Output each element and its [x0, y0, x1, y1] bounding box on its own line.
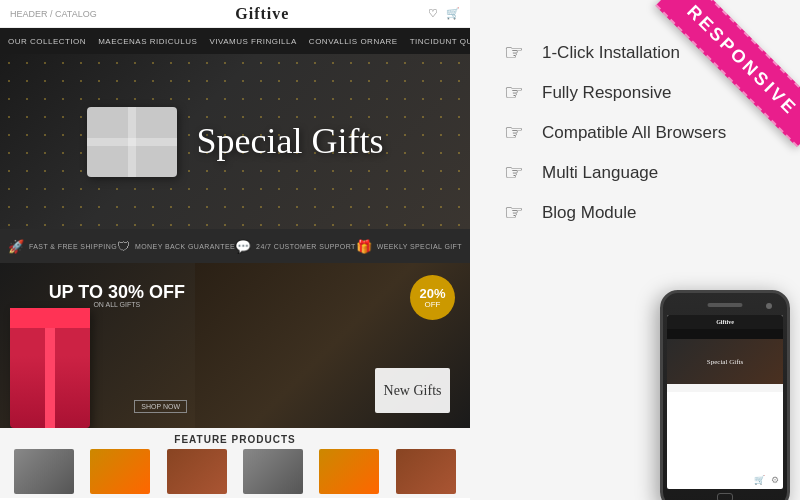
- phone-nav: [667, 329, 783, 339]
- phone-logo: Giftive: [716, 319, 734, 325]
- check-icon-1: ☞: [500, 40, 528, 66]
- promo-percent: UP TO 30% OFF: [49, 283, 185, 301]
- phone-topbar: Giftive: [667, 315, 783, 329]
- hero-text-block: Special Gifts: [197, 122, 384, 162]
- nav-item-5[interactable]: TINCIDUNT QUAM: [410, 37, 470, 46]
- hero-gift-image: [87, 107, 177, 177]
- feature-row-3: ☞ Compatible All Browsers: [500, 120, 775, 146]
- badge-off: OFF: [425, 300, 441, 309]
- special-gift-label: WEEKLY SPECIAL GIFT: [377, 243, 462, 250]
- check-icon-4: ☞: [500, 160, 528, 186]
- nav-item-collection[interactable]: OUR COLLECTION: [8, 37, 86, 46]
- feature-text-5: Blog Module: [542, 203, 637, 223]
- nav-item-4[interactable]: CONVALLIS ORNARE: [309, 37, 398, 46]
- feature-shipping: 🚀 FAST & FREE SHIPPING: [8, 239, 117, 254]
- money-back-label: MONEY BACK GUARANTEE: [135, 243, 235, 250]
- feature-money-back: 🛡 MONEY BACK GUARANTEE: [117, 239, 235, 254]
- phone-camera: [766, 303, 772, 309]
- promo-sublabel: ON ALL GIFTS: [49, 301, 185, 308]
- right-panel: RESPONSIVE ☞ 1-Click Installation ☞ Full…: [470, 0, 800, 500]
- product-thumb-3[interactable]: [167, 449, 227, 494]
- phone-hero-text: Special Gifts: [707, 358, 743, 366]
- nav-item-2[interactable]: MAECENAS RIDICULUS: [98, 37, 197, 46]
- product-thumb-1[interactable]: [14, 449, 74, 494]
- gift-ribbon: [10, 308, 90, 328]
- phone-gear-icon: ⚙: [771, 475, 779, 485]
- cart-icon: 🛒: [446, 7, 460, 20]
- hero-banner: Special Gifts: [0, 54, 470, 229]
- hero-title: Special Gifts: [197, 122, 384, 162]
- phone-hero: Special Gifts: [667, 339, 783, 384]
- feature-text-4: Multi Language: [542, 163, 658, 183]
- topbar-right: ♡ 🛒: [428, 7, 460, 20]
- shop-now-button[interactable]: SHOP NOW: [134, 400, 187, 413]
- support-label: 24/7 CUSTOMER SUPPORT: [256, 243, 356, 250]
- wishlist-icon: ♡: [428, 7, 438, 20]
- new-gifts-text: New Gifts: [384, 383, 442, 399]
- product-thumb-5[interactable]: [319, 449, 379, 494]
- phone-mockup: Giftive Special Gifts ⚙ 🛒: [660, 290, 790, 500]
- feature-text-1: 1-Click Installation: [542, 43, 680, 63]
- feature-row-5: ☞ Blog Module: [500, 200, 775, 226]
- site-topbar: HEADER / CATALOG Giftive ♡ 🛒: [0, 0, 470, 28]
- shipping-icon: 🚀: [8, 239, 24, 254]
- phone-cart-icon: 🛒: [754, 475, 765, 485]
- feature-row-1: ☞ 1-Click Installation: [500, 40, 775, 66]
- feature-row-2: ☞ Fully Responsive: [500, 80, 775, 106]
- check-icon-3: ☞: [500, 120, 528, 146]
- new-gifts-card: New Gifts: [375, 368, 450, 413]
- site-nav: OUR COLLECTION MAECENAS RIDICULUS VIVAMU…: [0, 28, 470, 54]
- product-thumbs-row: [0, 449, 470, 494]
- check-icon-2: ☞: [500, 80, 528, 106]
- product-grid: UP TO 30% OFF ON ALL GIFTS SHOP NOW 20% …: [0, 263, 470, 428]
- feature-special-gift: 🎁 WEEKLY SPECIAL GIFT: [356, 239, 462, 254]
- features-list: ☞ 1-Click Installation ☞ Fully Responsiv…: [500, 40, 775, 226]
- feature-products-section: Feature Products: [0, 428, 470, 498]
- product-thumb-4[interactable]: [243, 449, 303, 494]
- badge-percent: 20%: [419, 287, 445, 300]
- phone-body-content: [667, 384, 783, 392]
- promo-left-banner: UP TO 30% OFF ON ALL GIFTS SHOP NOW: [0, 263, 195, 428]
- site-logo: Giftive: [235, 5, 289, 23]
- product-thumb-6[interactable]: [396, 449, 456, 494]
- promo-gift-image: [10, 308, 90, 428]
- support-icon: 💬: [235, 239, 251, 254]
- shipping-label: FAST & FREE SHIPPING: [29, 243, 117, 250]
- site-preview: HEADER / CATALOG Giftive ♡ 🛒 OUR COLLECT…: [0, 0, 470, 500]
- money-back-icon: 🛡: [117, 239, 130, 254]
- feature-text-3: Compatible All Browsers: [542, 123, 726, 143]
- feature-text-2: Fully Responsive: [542, 83, 671, 103]
- promo-right-banner: 20% OFF New Gifts: [195, 263, 470, 428]
- phone-body: Giftive Special Gifts ⚙ 🛒: [660, 290, 790, 500]
- promo-text-block: UP TO 30% OFF ON ALL GIFTS: [49, 283, 185, 308]
- topbar-left-text: HEADER / CATALOG: [10, 9, 97, 19]
- check-icon-5: ☞: [500, 200, 528, 226]
- gift-icon: 🎁: [356, 239, 372, 254]
- product-thumb-2[interactable]: [90, 449, 150, 494]
- promo-badge: 20% OFF: [410, 275, 455, 320]
- phone-screen: Giftive Special Gifts: [667, 315, 783, 489]
- feature-section-title: Feature Products: [0, 428, 470, 449]
- phone-home-button: [717, 493, 733, 500]
- feature-support: 💬 24/7 CUSTOMER SUPPORT: [235, 239, 356, 254]
- features-bar: 🚀 FAST & FREE SHIPPING 🛡 MONEY BACK GUAR…: [0, 229, 470, 263]
- nav-item-3[interactable]: VIVAMUS FRINGILLA: [209, 37, 296, 46]
- phone-speaker: [708, 303, 743, 307]
- feature-row-4: ☞ Multi Language: [500, 160, 775, 186]
